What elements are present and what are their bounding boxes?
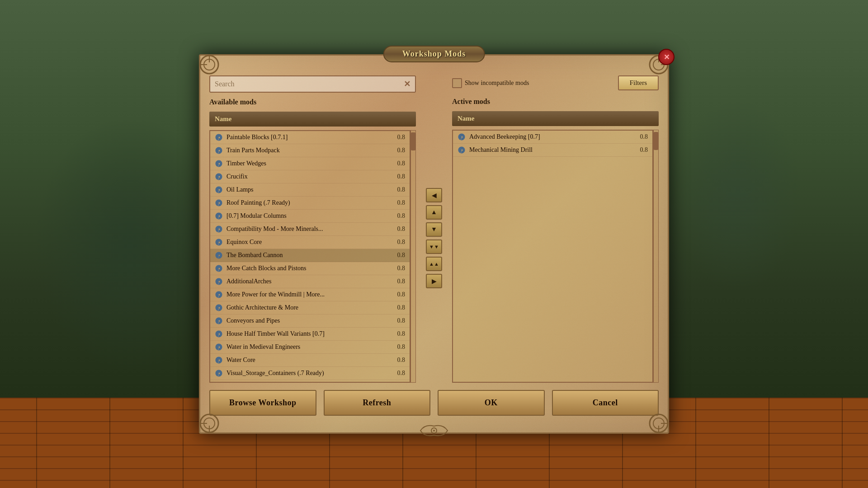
modal-window: Workshop Mods ✕ (199, 54, 669, 434)
corner-decoration-bl (198, 412, 221, 435)
refresh-button[interactable]: Refresh (324, 390, 431, 416)
mod-name: Train Parts Modpack (226, 147, 390, 154)
move-to-available-button[interactable]: ▶ (426, 274, 442, 288)
mod-version: 0.8 (397, 134, 406, 141)
available-mods-col-header: Name (209, 112, 416, 127)
available-mod-item[interactable]: More Power for the Windmill | More... 0.… (210, 288, 410, 301)
right-panel: Show incompatible mods Filters Active mo… (452, 75, 659, 383)
active-mod-item[interactable]: Advanced Beekeeping [0.7] 0.8 (453, 131, 652, 144)
move-up-button[interactable]: ▲ (426, 205, 442, 220)
mod-version: 0.8 (397, 252, 406, 259)
search-bar: ✕ (209, 75, 416, 93)
active-mods-col-header: Name (452, 111, 659, 126)
available-mod-item[interactable]: Visual_Storage_Containers (.7 Ready) 0.8 (210, 367, 410, 380)
available-mod-item[interactable]: Water Core 0.8 (210, 354, 410, 367)
mod-version: 0.8 (397, 199, 406, 206)
mod-version: 0.8 (397, 317, 406, 324)
svg-point-17 (433, 430, 435, 432)
mod-version: 0.8 (397, 225, 406, 233)
search-input[interactable] (215, 80, 400, 88)
available-mod-item[interactable]: Crucifix 0.8 (210, 170, 410, 183)
move-to-active-button[interactable]: ◀ (426, 188, 442, 202)
incompatible-label: Show incompatible mods (465, 80, 529, 87)
mod-name: Water Core (226, 357, 390, 364)
available-mods-scroll[interactable]: Paintable Blocks [0.7.1] 0.8 Train Parts… (210, 131, 410, 382)
available-mods-scrollbar-thumb[interactable] (411, 132, 415, 150)
mod-name: AdditionalArches (226, 278, 390, 285)
mod-version: 0.8 (640, 133, 648, 141)
available-mod-item[interactable]: House Half Timber Wall Variants [0.7] 0.… (210, 328, 410, 341)
mod-name: Advanced Beekeeping [0.7] (469, 133, 633, 141)
mod-name: Paintable Blocks [0.7.1] (226, 134, 390, 141)
incompatible-mods-toggle[interactable]: Show incompatible mods (452, 78, 529, 88)
mod-name: Crucifix (226, 173, 390, 180)
available-mods-header: Available mods (209, 96, 416, 108)
mod-version: 0.8 (397, 278, 406, 285)
active-mod-item[interactable]: Mechanical Mining Drill 0.8 (453, 144, 652, 157)
available-mod-item[interactable]: Timber Wedges 0.8 (210, 157, 410, 170)
mod-version: 0.8 (397, 160, 406, 167)
available-mod-item[interactable]: AdditionalArches 0.8 (210, 275, 410, 288)
close-icon: ✕ (664, 53, 670, 61)
available-mod-item[interactable]: Oil Lamps 0.8 (210, 183, 410, 197)
available-mod-item[interactable]: Water in Medieval Engineers 0.8 (210, 341, 410, 354)
mod-name: More Catch Blocks and Pistons (226, 265, 390, 272)
footer-left: Browse Workshop Refresh (209, 390, 430, 416)
mod-name: Mechanical Mining Drill (469, 146, 633, 154)
mod-name: Oil Lamps (226, 186, 390, 193)
move-to-top-button[interactable]: ▲▲ (426, 257, 442, 271)
mod-version: 0.8 (397, 265, 406, 272)
active-mods-header: Active mods (452, 96, 659, 108)
cancel-button[interactable]: Cancel (552, 390, 659, 416)
available-mod-item[interactable]: Equinox Core 0.8 (210, 236, 410, 249)
available-mod-item[interactable]: Paintable Blocks [0.7.1] 0.8 (210, 131, 410, 144)
available-mod-item[interactable]: The Bombard Cannon 0.8 (210, 249, 410, 262)
mod-name: Water in Medieval Engineers (226, 343, 390, 351)
available-mod-item[interactable]: Gothic Architecture & More 0.8 (210, 301, 410, 314)
mod-version: 0.8 (640, 146, 648, 154)
mod-version: 0.8 (397, 212, 406, 220)
mod-version: 0.8 (397, 173, 406, 180)
modal-body: ✕ Available mods Name Paintable Blocks [… (209, 75, 659, 383)
right-top-controls: Show incompatible mods Filters (452, 75, 659, 90)
mod-name: [0.7] Modular Columns (226, 212, 390, 220)
browse-workshop-button[interactable]: Browse Workshop (209, 390, 316, 416)
available-mod-item[interactable]: Roof Painting (.7 Ready) 0.8 (210, 197, 410, 210)
modal-overlay: Workshop Mods ✕ (0, 0, 868, 488)
mod-version: 0.8 (397, 357, 406, 364)
corner-decoration-tl (198, 53, 221, 76)
bottom-decoration (416, 422, 452, 441)
move-down-button[interactable]: ▼ (426, 222, 442, 237)
available-mods-scrollbar[interactable] (410, 130, 416, 383)
filters-button[interactable]: Filters (618, 75, 659, 90)
available-mod-item[interactable]: [0.7] Modular Columns 0.8 (210, 210, 410, 223)
available-mod-item[interactable]: Train Parts Modpack 0.8 (210, 144, 410, 157)
close-button[interactable]: ✕ (658, 49, 675, 65)
active-mods-list[interactable]: Advanced Beekeeping [0.7] 0.8 Mechanical… (452, 130, 653, 383)
mod-name: House Half Timber Wall Variants [0.7] (226, 330, 390, 338)
mod-name: Roof Painting (.7 Ready) (226, 199, 390, 206)
mod-name: Timber Wedges (226, 160, 390, 167)
available-mods-list[interactable]: Paintable Blocks [0.7.1] 0.8 Train Parts… (209, 130, 410, 383)
active-mods-scrollbar-thumb[interactable] (654, 132, 658, 150)
left-panel: ✕ Available mods Name Paintable Blocks [… (209, 75, 416, 383)
active-mods-scroll[interactable]: Advanced Beekeeping [0.7] 0.8 Mechanical… (453, 131, 652, 382)
mod-version: 0.8 (397, 370, 406, 377)
mod-version: 0.8 (397, 330, 406, 338)
center-controls: ◀ ▲ ▼ ▼▼ ▲▲ ▶ (423, 75, 445, 383)
corner-decoration-br (647, 412, 670, 435)
modal-title: Workshop Mods (402, 49, 466, 58)
mod-version: 0.8 (397, 186, 406, 193)
ok-button[interactable]: OK (438, 390, 545, 416)
mod-name: The Bombard Cannon (226, 252, 390, 259)
available-mod-item[interactable]: More Catch Blocks and Pistons 0.8 (210, 262, 410, 275)
incompatible-checkbox[interactable] (452, 78, 462, 88)
available-mod-item[interactable]: Conveyors and Pipes 0.8 (210, 314, 410, 328)
modal-title-bar: Workshop Mods (383, 46, 485, 62)
mod-name: Compatibility Mod - More Minerals... (226, 225, 390, 233)
move-to-bottom-button[interactable]: ▼▼ (426, 239, 442, 254)
active-mods-scrollbar[interactable] (653, 130, 659, 383)
mod-name: Equinox Core (226, 239, 390, 246)
available-mod-item[interactable]: Compatibility Mod - More Minerals... 0.8 (210, 223, 410, 236)
search-clear-icon[interactable]: ✕ (404, 79, 410, 89)
